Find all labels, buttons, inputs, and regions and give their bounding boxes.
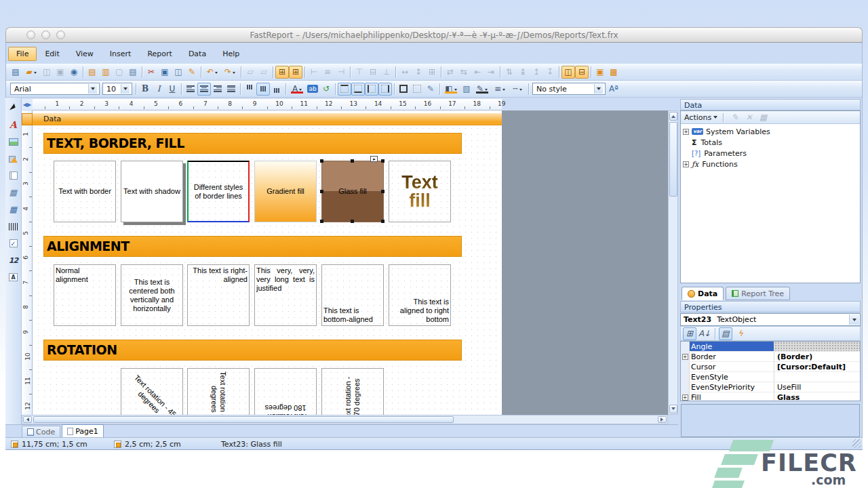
property-row[interactable]: Angle: [681, 342, 860, 352]
border-properties-icon[interactable]: ✎: [424, 83, 437, 96]
selection-handle[interactable]: [320, 190, 323, 193]
property-row[interactable]: +Border(Border): [681, 352, 860, 362]
text-object[interactable]: This text is right-aligned: [187, 264, 250, 326]
font-name-combo-dropdown[interactable]: [88, 84, 97, 94]
text-object[interactable]: Text with border: [54, 161, 116, 222]
tree-item-system-variables[interactable]: +varSystem Variables: [681, 126, 860, 137]
text-object[interactable]: Text fill: [389, 161, 451, 222]
cut-icon[interactable]: ✂: [144, 66, 158, 79]
text-object[interactable]: Different styles of border lines: [187, 161, 250, 222]
sort-alphabetical-icon[interactable]: A↓: [698, 327, 711, 340]
space-vertically-icon[interactable]: ⇅: [502, 66, 516, 79]
undo-icon[interactable]: ↶: [203, 66, 221, 79]
tab-code[interactable]: Code: [22, 426, 60, 437]
border-right-icon[interactable]: [378, 83, 392, 96]
data-band-handle[interactable]: [22, 113, 33, 125]
menu-report[interactable]: Report: [139, 47, 180, 61]
redo-icon-dropdown[interactable]: [233, 72, 235, 75]
text-object[interactable]: This text is bottom-aligned: [321, 264, 384, 326]
text-object[interactable]: Text with shadow: [121, 161, 183, 222]
categorized-view-icon[interactable]: ⊞: [683, 327, 696, 340]
text-rotation-icon[interactable]: ↺: [319, 83, 333, 96]
horizontal-scroll-thumb[interactable]: [33, 416, 454, 423]
fill-style-icon[interactable]: ▧: [460, 83, 473, 96]
text-object[interactable]: This text is aligned to right bottom: [389, 264, 451, 326]
line-width-icon-dropdown[interactable]: [502, 89, 505, 92]
data-band-header[interactable]: Data: [33, 113, 502, 125]
vertical-scrollbar[interactable]: [668, 110, 678, 415]
font-color-icon[interactable]: A: [288, 83, 306, 96]
space-horizontally-icon[interactable]: ⇄: [443, 66, 457, 79]
subreport-object-icon[interactable]: [7, 169, 20, 182]
tab-page1[interactable]: Page1: [62, 424, 104, 437]
smart-tag-button[interactable]: ▸: [370, 156, 378, 162]
border-bottom-icon[interactable]: [351, 83, 365, 96]
property-row[interactable]: EvenStyle: [681, 372, 860, 382]
window-titlebar[interactable]: FastReport – /Users/michaelphilippenko/D…: [5, 27, 863, 43]
section-header[interactable]: ROTATION: [43, 340, 462, 361]
actions-button[interactable]: Actions: [684, 113, 717, 122]
center-vertically-icon[interactable]: ⊟: [575, 66, 589, 79]
selection-handle[interactable]: [381, 159, 384, 163]
cellular-text-icon[interactable]: 12: [7, 254, 20, 266]
italic-icon[interactable]: I: [152, 83, 165, 96]
text-object[interactable]: Text rotation - 270 degrees: [321, 368, 384, 415]
line-style-icon[interactable]: ╌: [509, 83, 526, 96]
border-top-icon[interactable]: [338, 83, 351, 96]
events-view-icon[interactable]: ϟ: [734, 327, 747, 340]
text-object[interactable]: Text rotation - 180 degrees: [254, 368, 317, 415]
text-object[interactable]: Text rotation - 90 degrees: [187, 368, 250, 415]
text-object[interactable]: Normal alignment: [54, 264, 116, 326]
send-to-back-icon[interactable]: ▩: [607, 66, 620, 79]
copy-object-icon[interactable]: ▣: [158, 66, 172, 79]
style-combo[interactable]: No style: [532, 83, 606, 95]
picture-object-icon[interactable]: [7, 136, 20, 148]
style-settings-icon[interactable]: Aª: [607, 83, 620, 96]
property-pages-icon[interactable]: ▤: [719, 327, 732, 340]
menu-edit[interactable]: Edit: [37, 47, 67, 61]
align-lefts-icon[interactable]: ⊢: [307, 66, 321, 79]
snap-to-grid-icon[interactable]: ⊞: [275, 66, 289, 79]
decrease-h-spacing-icon[interactable]: ⇤: [471, 66, 484, 79]
resize-grip[interactable]: [852, 439, 861, 448]
object-selector-combo[interactable]: Text23 TextObject: [680, 313, 861, 326]
text-object[interactable]: Glass fill▸: [321, 161, 384, 222]
save-report-icon[interactable]: ◫: [40, 66, 54, 79]
scroll-left-button[interactable]: [23, 416, 32, 423]
expand-icon[interactable]: +: [683, 129, 689, 135]
menu-view[interactable]: View: [68, 47, 102, 61]
line-color-icon[interactable]: ✎: [473, 83, 491, 96]
increase-v-spacing-icon[interactable]: ↨: [516, 66, 530, 79]
font-size-combo-dropdown[interactable]: [121, 84, 130, 94]
tree-item-functions[interactable]: +ƒxFunctions: [681, 159, 860, 169]
bold-icon[interactable]: B: [138, 83, 152, 96]
menu-data[interactable]: Data: [180, 47, 214, 61]
new-dialog-icon[interactable]: ▥: [99, 66, 113, 79]
view-action-icon[interactable]: ▦: [757, 111, 769, 124]
open-report-icon-dropdown[interactable]: [34, 72, 37, 75]
decrease-v-spacing-icon[interactable]: ↥: [530, 66, 543, 79]
same-height-icon[interactable]: ↕: [412, 66, 425, 79]
paste-icon[interactable]: ◫: [172, 66, 185, 79]
remove-v-spacing-icon[interactable]: ↧: [543, 66, 557, 79]
line-width-icon[interactable]: ≡: [491, 83, 509, 96]
ungroup-icon[interactable]: ▱: [257, 66, 271, 79]
text-in-cells-icon[interactable]: A: [7, 271, 20, 283]
align-middles-icon[interactable]: ⊟: [366, 66, 380, 79]
increase-h-spacing-icon[interactable]: ⇆: [457, 66, 471, 79]
property-row[interactable]: +FillGlass: [681, 392, 860, 401]
checkbox-object-icon[interactable]: ✓: [7, 237, 20, 249]
text-object-icon[interactable]: A: [7, 119, 20, 131]
align-centers-icon[interactable]: ≡: [321, 66, 334, 79]
same-width-icon[interactable]: ↔: [398, 66, 412, 79]
align-justify-icon[interactable]: [224, 83, 238, 96]
matrix-object-icon[interactable]: ▦: [7, 203, 20, 216]
barcode-object-icon[interactable]: [7, 220, 20, 232]
selection-handle[interactable]: [320, 220, 323, 223]
fill-color-icon[interactable]: ◧: [442, 83, 460, 96]
align-rights-icon[interactable]: ⊣: [334, 66, 348, 79]
menu-file[interactable]: File: [8, 47, 37, 61]
new-report-icon[interactable]: ▤: [9, 66, 22, 79]
valign-bottom-icon[interactable]: [270, 83, 283, 96]
open-report-icon[interactable]: ▰: [22, 66, 40, 79]
